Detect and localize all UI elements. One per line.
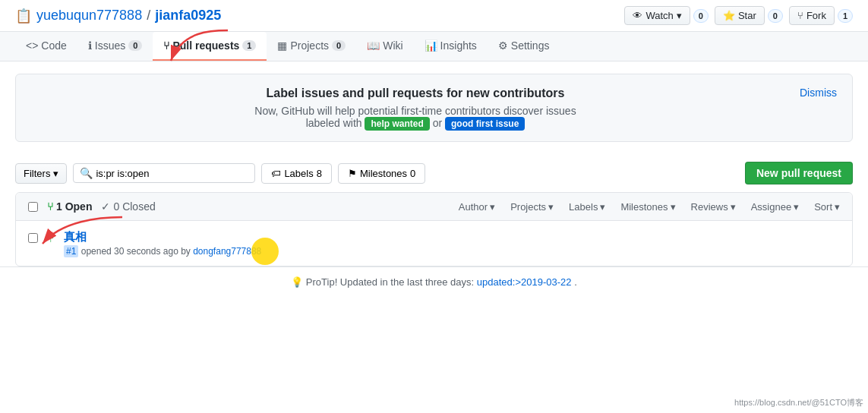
dismiss-link[interactable]: Dismiss (800, 87, 837, 99)
tab-pull-requests[interactable]: ⑂ Pull requests 1 (153, 32, 267, 61)
repo-name[interactable]: jianfa0925 (155, 8, 221, 24)
watch-label: Watch (645, 10, 673, 21)
filters-button[interactable]: Filters ▾ (15, 163, 67, 184)
watch-count: 0 (693, 9, 709, 23)
tab-issues[interactable]: ℹ Issues 0 (77, 32, 153, 61)
table-row: ⑂ 真相 #1 opened 30 seconds ago by dongfan… (16, 221, 852, 266)
fork-count: 1 (838, 9, 853, 23)
labels-filter-label: Labels (569, 201, 598, 213)
pr-meta: #1 opened 30 seconds ago by dongfang7778… (64, 246, 840, 257)
assignee-chevron-icon: ▾ (794, 201, 799, 213)
projects-badge: 0 (332, 40, 346, 51)
milestones-filter-label: Milestones (620, 201, 668, 213)
repo-actions: 👁 Watch ▾ 0 ⭐ Star 0 ⑂ Fork 1 (624, 6, 853, 25)
contributor-banner: Label issues and pull requests for new c… (15, 74, 853, 142)
milestones-chevron-icon: ▾ (671, 201, 676, 213)
milestones-filter[interactable]: Milestones ▾ (620, 201, 675, 213)
labels-chevron-icon: ▾ (600, 201, 605, 213)
issues-header: ⑂ 1 Open ✓ 0 Closed Author ▾ Projects ▾ (16, 193, 852, 221)
wiki-icon: 📖 (367, 39, 380, 52)
protip-link[interactable]: updated:>2019-03-22 (477, 276, 572, 288)
tab-pr-label: Pull requests (172, 39, 239, 52)
star-count: 0 (768, 9, 783, 23)
eye-icon: 👁 (633, 10, 642, 21)
sort-filter[interactable]: Sort ▾ (814, 201, 840, 213)
nav-tabs: <> Code ℹ Issues 0 ⑂ Pull requests 1 ▦ P… (0, 32, 868, 61)
chevron-down-icon: ▾ (677, 10, 682, 21)
pr-action: opened (81, 246, 112, 257)
protip: 💡 ProTip! Updated in the last three days… (0, 266, 868, 297)
pr-number: #1 (64, 245, 78, 257)
star-button[interactable]: ⭐ Star (715, 6, 765, 25)
assignee-filter[interactable]: Assignee ▾ (751, 201, 799, 213)
banner-desc-suffix: labeled with (306, 117, 362, 129)
repo-separator: / (147, 8, 150, 24)
sort-filter-label: Sort (814, 201, 832, 213)
banner-desc-prefix: Now, GitHub will help potential first-ti… (254, 105, 576, 117)
filters-chevron-icon: ▾ (53, 168, 58, 179)
milestone-icon: ⚑ (348, 168, 357, 179)
help-wanted-badge: help wanted (365, 117, 429, 131)
code-icon: <> (26, 39, 38, 52)
issues-header-right: Author ▾ Projects ▾ Labels ▾ Milestones … (459, 201, 840, 213)
tab-code-label: Code (41, 39, 66, 52)
tab-wiki-label: Wiki (383, 39, 402, 52)
pr-content: 真相 #1 opened 30 seconds ago by dongfang7… (64, 230, 840, 257)
repo-title: 📋 yuebuqun777888 / jianfa0925 (15, 8, 221, 24)
projects-filter[interactable]: Projects ▾ (510, 201, 554, 213)
tab-projects[interactable]: ▦ Projects 0 (267, 32, 356, 61)
pr-time: 30 seconds ago (114, 246, 178, 257)
projects-filter-label: Projects (510, 201, 546, 213)
reviews-filter[interactable]: Reviews ▾ (691, 201, 736, 213)
tab-projects-label: Projects (290, 39, 329, 52)
search-input[interactable] (96, 168, 248, 179)
pr-tab-icon: ⑂ (163, 39, 169, 52)
closed-count[interactable]: ✓ 0 Closed (101, 200, 155, 213)
pr-badge: 1 (242, 40, 256, 51)
repo-header: 📋 yuebuqun777888 / jianfa0925 👁 Watch ▾ … (0, 0, 868, 32)
filter-bar: Filters ▾ 🔍 🏷 Labels 8 ⚑ Milestones 0 Ne… (0, 154, 868, 192)
issues-badge: 0 (128, 40, 142, 51)
search-box[interactable]: 🔍 (73, 163, 255, 183)
reviews-chevron-icon: ▾ (731, 201, 736, 213)
pr-open-status-icon: ⑂ (47, 232, 55, 245)
issues-container: ⑂ 1 Open ✓ 0 Closed Author ▾ Projects ▾ (15, 192, 853, 266)
insights-icon: 📊 (425, 39, 437, 52)
fork-label: Fork (806, 10, 826, 21)
repo-icon: 📋 (15, 8, 32, 24)
milestones-label: Milestones (360, 168, 407, 179)
issues-icon: ℹ (88, 39, 92, 52)
closed-count-text: 0 Closed (113, 200, 155, 213)
tab-wiki[interactable]: 📖 Wiki (356, 32, 413, 61)
labels-button[interactable]: 🏷 Labels 8 (261, 163, 332, 184)
pr-title[interactable]: 真相 (64, 230, 87, 243)
search-icon: 🔍 (80, 167, 93, 179)
tab-settings[interactable]: ⚙ Settings (488, 32, 560, 61)
star-label: Star (738, 10, 756, 21)
reviews-filter-label: Reviews (691, 201, 728, 213)
author-filter[interactable]: Author ▾ (459, 201, 495, 213)
milestones-button[interactable]: ⚑ Milestones 0 (338, 163, 425, 184)
author-chevron-icon: ▾ (490, 201, 495, 213)
tab-insights[interactable]: 📊 Insights (414, 32, 488, 61)
repo-owner[interactable]: yuebuqun777888 (36, 8, 142, 24)
labels-count: 8 (317, 168, 322, 179)
labels-filter[interactable]: Labels ▾ (569, 201, 605, 213)
tab-settings-label: Settings (511, 39, 550, 52)
tab-issues-label: Issues (95, 39, 125, 52)
tab-code[interactable]: <> Code (15, 32, 77, 61)
labels-label: Labels (284, 168, 313, 179)
select-all-checkbox[interactable] (28, 202, 38, 212)
filter-left: Filters ▾ 🔍 🏷 Labels 8 ⚑ Milestones 0 (15, 163, 425, 184)
banner-title: Label issues and pull requests for new c… (31, 87, 800, 100)
banner-content: Label issues and pull requests for new c… (31, 87, 800, 129)
fork-button[interactable]: ⑂ Fork (789, 6, 835, 25)
new-pull-request-button[interactable]: New pull request (745, 162, 853, 184)
issues-header-left: ⑂ 1 Open ✓ 0 Closed (28, 200, 156, 213)
pr-checkbox[interactable] (28, 233, 38, 243)
milestones-count: 0 (410, 168, 415, 179)
projects-chevron-icon: ▾ (548, 201, 554, 213)
protip-suffix: . (574, 276, 577, 288)
filters-label: Filters (24, 168, 50, 179)
watch-button[interactable]: 👁 Watch ▾ (624, 6, 690, 25)
